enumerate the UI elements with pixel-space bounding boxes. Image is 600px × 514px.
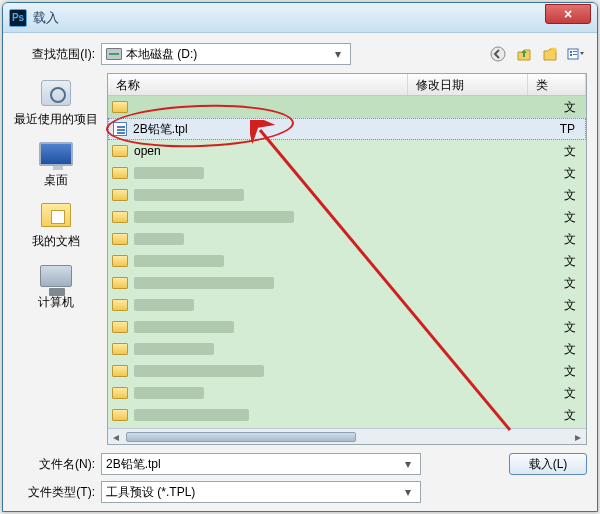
file-row[interactable]: 文 — [108, 250, 586, 272]
svg-rect-4 — [570, 54, 572, 56]
file-row[interactable]: 文 — [108, 404, 586, 426]
folder-icon — [112, 145, 128, 157]
file-column-header: 名称 修改日期 类 — [108, 74, 586, 96]
chevron-down-icon: ▾ — [400, 457, 416, 471]
folder-icon — [112, 255, 128, 267]
new-folder-button[interactable] — [539, 43, 561, 65]
file-row[interactable]: 文 — [108, 228, 586, 250]
load-button-label: 载入(L) — [529, 456, 568, 473]
folder-icon — [112, 343, 128, 355]
back-button[interactable] — [487, 43, 509, 65]
svg-rect-5 — [573, 51, 577, 52]
file-row[interactable]: 文 — [108, 426, 586, 428]
file-name: 2B铅笔.tpl — [133, 121, 429, 138]
dialog-window: Ps 载入 × 查找范围(I): 本地磁盘 (D:) ▾ — [2, 2, 598, 512]
chevron-down-icon: ▾ — [330, 47, 346, 61]
lookup-value: 本地磁盘 (D:) — [126, 46, 326, 63]
folder-icon — [112, 101, 128, 113]
computer-icon — [40, 265, 72, 287]
drive-icon — [106, 48, 122, 60]
file-row[interactable]: 文 — [108, 338, 586, 360]
col-date[interactable]: 修改日期 — [408, 74, 528, 95]
filetype-label: 文件类型(T): — [13, 484, 95, 501]
folder-icon — [112, 277, 128, 289]
close-button[interactable]: × — [545, 4, 591, 24]
filename-row: 文件名(N): 2B铅笔.tpl ▾ 载入(L) — [13, 453, 587, 475]
documents-icon — [41, 203, 71, 227]
close-icon: × — [564, 6, 572, 22]
sidebar-item-label: 计算机 — [38, 294, 74, 311]
sidebar-item-desktop[interactable]: 桌面 — [38, 138, 74, 189]
file-row[interactable]: 文 — [108, 272, 586, 294]
lookup-row: 查找范围(I): 本地磁盘 (D:) ▾ — [13, 43, 587, 65]
file-list-pane: 名称 修改日期 类 文 2B铅笔.tpl TP — [107, 73, 587, 445]
filetype-row: 文件类型(T): 工具预设 (*.TPL) ▾ — [13, 481, 587, 503]
file-row-up[interactable]: 文 — [108, 96, 586, 118]
folder-icon — [112, 211, 128, 223]
folder-icon — [112, 321, 128, 333]
file-row[interactable]: 文 — [108, 162, 586, 184]
chevron-down-icon: ▾ — [400, 485, 416, 499]
desktop-icon — [39, 142, 73, 166]
folder-icon — [112, 299, 128, 311]
places-sidebar: 最近使用的项目 桌面 我的文档 计算机 — [13, 73, 99, 445]
folder-icon — [112, 167, 128, 179]
file-row[interactable]: 文 — [108, 360, 586, 382]
bottom-controls: 文件名(N): 2B铅笔.tpl ▾ 载入(L) 文件类型(T): 工具预设 (… — [13, 453, 587, 503]
scroll-thumb[interactable] — [126, 432, 356, 442]
recent-icon — [41, 80, 71, 106]
file-list[interactable]: 文 2B铅笔.tpl TP open 文 文 文 文 文 — [108, 96, 586, 428]
file-row[interactable]: 文 — [108, 316, 586, 338]
filename-dropdown[interactable]: 2B铅笔.tpl ▾ — [101, 453, 421, 475]
file-type: 文 — [564, 99, 582, 116]
filename-label: 文件名(N): — [13, 456, 95, 473]
file-row[interactable]: open 文 — [108, 140, 586, 162]
svg-rect-3 — [570, 51, 572, 53]
filetype-dropdown[interactable]: 工具预设 (*.TPL) ▾ — [101, 481, 421, 503]
horizontal-scrollbar[interactable]: ◂ ▸ — [108, 428, 586, 444]
sidebar-item-computer[interactable]: 计算机 — [38, 260, 74, 311]
file-name: open — [134, 144, 430, 158]
svg-point-1 — [552, 48, 557, 53]
window-title: 载入 — [33, 9, 545, 27]
dialog-body: 查找范围(I): 本地磁盘 (D:) ▾ — [3, 33, 597, 511]
main-row: 最近使用的项目 桌面 我的文档 计算机 名称 修改日期 — [13, 73, 587, 445]
folder-icon — [112, 387, 128, 399]
sidebar-item-documents[interactable]: 我的文档 — [32, 199, 80, 250]
titlebar: Ps 载入 × — [3, 3, 597, 33]
svg-point-0 — [491, 47, 505, 61]
sidebar-item-recent[interactable]: 最近使用的项目 — [14, 77, 98, 128]
sidebar-item-label: 我的文档 — [32, 233, 80, 250]
sidebar-item-label: 桌面 — [44, 172, 68, 189]
filename-value: 2B铅笔.tpl — [106, 456, 400, 473]
col-name[interactable]: 名称 — [108, 74, 408, 95]
sidebar-item-label: 最近使用的项目 — [14, 111, 98, 128]
views-button[interactable] — [565, 43, 587, 65]
load-button[interactable]: 载入(L) — [509, 453, 587, 475]
file-type: 文 — [564, 143, 582, 160]
filetype-value: 工具预设 (*.TPL) — [106, 484, 400, 501]
file-type: TP — [560, 122, 581, 136]
lookup-label: 查找范围(I): — [13, 46, 95, 63]
folder-icon — [112, 189, 128, 201]
file-row[interactable]: 文 — [108, 206, 586, 228]
photoshop-icon: Ps — [9, 9, 27, 27]
file-row[interactable]: 文 — [108, 294, 586, 316]
file-row[interactable]: 文 — [108, 382, 586, 404]
up-folder-button[interactable] — [513, 43, 535, 65]
lookup-dropdown[interactable]: 本地磁盘 (D:) ▾ — [101, 43, 351, 65]
file-row[interactable]: 文 — [108, 184, 586, 206]
file-row-selected[interactable]: 2B铅笔.tpl TP — [108, 118, 586, 140]
tpl-file-icon — [113, 122, 127, 136]
scroll-right-icon[interactable]: ▸ — [570, 430, 586, 444]
folder-icon — [112, 233, 128, 245]
folder-icon — [112, 409, 128, 421]
nav-toolbar — [487, 43, 587, 65]
folder-icon — [112, 365, 128, 377]
scroll-left-icon[interactable]: ◂ — [108, 430, 124, 444]
svg-rect-6 — [573, 54, 577, 55]
col-type[interactable]: 类 — [528, 74, 586, 95]
